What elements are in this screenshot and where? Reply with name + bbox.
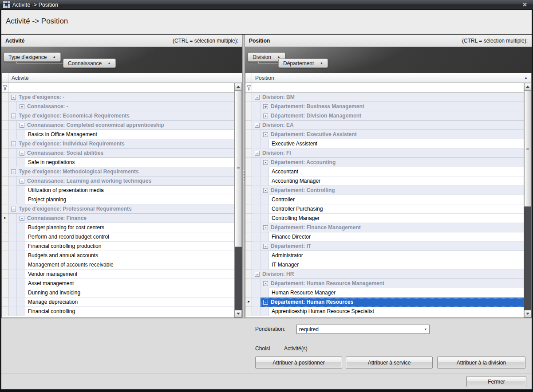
position-filter-input[interactable] (252, 83, 524, 92)
tree-row[interactable]: Financial controlling production (2, 242, 234, 251)
tree-row[interactable]: Human Resource Manager (245, 288, 524, 298)
group-row[interactable]: -Type d'exigence: Methodological Require… (2, 167, 234, 176)
chevron-down-icon[interactable]: ▼ (422, 328, 429, 331)
tree-row[interactable]: Safe in negotiations (2, 158, 234, 167)
tree-row[interactable]: Administrator (245, 251, 524, 260)
collapse-icon[interactable]: - (11, 141, 16, 146)
group-row[interactable]: -Type d'exigence: Economical Requirement… (2, 111, 234, 121)
collapse-icon[interactable]: - (255, 151, 260, 156)
group-row[interactable]: ➤-Connaissance: Finance (2, 214, 234, 223)
tree-row[interactable]: Controller (245, 195, 524, 204)
expand-icon[interactable]: + (263, 114, 268, 118)
tree-row[interactable]: Perform and record budget control (2, 232, 234, 242)
group-row[interactable]: -Type d'exigence: - (2, 93, 234, 102)
scroll-up-icon[interactable] (524, 83, 531, 90)
position-vertical-scrollbar[interactable] (524, 83, 531, 318)
groupby-chip-connaissance[interactable]: Connaissance ▲ (63, 59, 116, 68)
collapse-icon[interactable]: - (11, 169, 16, 174)
tree-row[interactable]: Basics in Office Management (2, 130, 234, 139)
scrollbar-thumb[interactable] (235, 90, 242, 247)
group-row[interactable]: -Division: BM (245, 93, 524, 102)
tree-row[interactable]: IT Manager (245, 260, 524, 270)
activity-vertical-scrollbar[interactable] (234, 83, 242, 318)
group-row[interactable]: -Département: Accounting (245, 158, 524, 167)
filter-cell[interactable] (245, 83, 252, 92)
assign-to-position-button[interactable]: Attribuer à positionner (255, 357, 342, 368)
collapse-icon[interactable]: - (20, 123, 24, 128)
collapse-icon[interactable]: - (11, 207, 16, 212)
collapse-icon[interactable]: - (263, 281, 268, 286)
collapse-icon[interactable]: - (263, 188, 268, 193)
activity-column-label[interactable]: Activité (8, 73, 242, 82)
tree-row[interactable]: Controller Purchasing (245, 204, 524, 214)
collapse-icon[interactable]: - (255, 123, 260, 128)
group-row[interactable]: -Département: Controlling (245, 186, 524, 195)
filter-cell[interactable] (2, 83, 8, 92)
collapse-icon[interactable]: - (263, 225, 268, 230)
group-row[interactable]: +Département: Business Management (245, 102, 524, 111)
collapse-icon[interactable]: - (263, 244, 268, 249)
tree-row[interactable]: Executive Assistent (245, 139, 524, 149)
activity-filter-input[interactable] (8, 83, 234, 92)
collapse-icon[interactable]: - (20, 151, 24, 156)
close-icon[interactable]: ✕ (520, 0, 530, 9)
group-row[interactable]: +Connaissance: - (2, 102, 234, 111)
collapse-icon[interactable]: - (255, 95, 260, 100)
tree-row[interactable]: Vendor management (2, 270, 234, 279)
group-row[interactable]: -Département: Executive Assistent (245, 130, 524, 139)
group-row[interactable]: ➤-Département: Human Resources (245, 298, 524, 307)
position-column-label[interactable]: Position ▲ (252, 73, 531, 82)
group-row[interactable]: -Type d'exigence: Individual Requirement… (2, 139, 234, 149)
group-row[interactable]: -Connaissance: Completed economical appr… (2, 121, 234, 130)
tree-row[interactable]: Project planning (2, 195, 234, 204)
position-column-header[interactable]: Position ▲ (245, 73, 531, 83)
tree-row[interactable]: Budget planning for cost centers (2, 223, 234, 232)
expand-icon[interactable]: + (20, 104, 24, 109)
collapse-icon[interactable]: - (263, 300, 268, 305)
scroll-down-icon[interactable] (524, 310, 531, 318)
collapse-icon[interactable]: - (255, 272, 260, 277)
sort-asc-icon[interactable]: ▲ (52, 55, 56, 59)
tree-row[interactable]: Accounting Manager (245, 176, 524, 186)
collapse-icon[interactable]: - (11, 114, 16, 118)
tree-row[interactable]: Budgets and annual accounts (2, 251, 234, 260)
group-row[interactable]: -Département: Finance Management (245, 223, 524, 232)
group-row[interactable]: -Connaissance: Social abilities (2, 149, 234, 158)
groupby-chip-type-exigence[interactable]: Type d'exigence ▲ (4, 52, 61, 62)
group-row[interactable]: -Division: EA (245, 121, 524, 130)
scroll-up-icon[interactable] (235, 83, 242, 90)
tree-row[interactable]: Manage depreciation (2, 298, 234, 307)
group-row[interactable]: -Type d'exigence: Professional Requireme… (2, 204, 234, 214)
collapse-icon[interactable]: - (20, 216, 24, 221)
group-row[interactable]: -Département: IT (245, 242, 524, 251)
tree-row[interactable]: Controlling Manager (245, 214, 524, 223)
activity-column-header[interactable]: Activité (2, 73, 242, 83)
collapse-icon[interactable]: - (11, 95, 16, 100)
collapse-icon[interactable]: - (263, 160, 268, 165)
weight-combobox[interactable]: required ▼ (296, 325, 430, 334)
expand-icon[interactable]: + (263, 104, 268, 109)
group-row[interactable]: -Département: Human Resource Management (245, 279, 524, 288)
collapse-icon[interactable]: - (20, 179, 24, 184)
tree-row[interactable]: Utilization of presentation media (2, 186, 234, 195)
group-row[interactable]: -Division: HR (245, 270, 524, 279)
groupby-chip-departement[interactable]: Département ▲ (278, 59, 328, 68)
tree-row[interactable]: Apprenticeship Human Resource Specialist (245, 307, 524, 316)
group-row[interactable]: -Connaissance: Learning and working tech… (2, 176, 234, 186)
group-row[interactable]: +Département: Division Management (245, 111, 524, 121)
tree-row[interactable]: Dunning and invoicing (2, 288, 234, 298)
tree-row[interactable]: Management of accounts receivable (2, 260, 234, 270)
scroll-down-icon[interactable] (235, 310, 242, 318)
tree-row[interactable]: Finance Director (245, 232, 524, 242)
close-button[interactable]: Fermer (466, 376, 526, 387)
assign-to-division-button[interactable]: Attribuer à la division (437, 357, 525, 368)
tree-row[interactable]: Asset management (2, 279, 234, 288)
scrollbar-thumb[interactable] (524, 90, 531, 207)
sort-asc-icon[interactable]: ▲ (320, 61, 323, 65)
sort-asc-icon[interactable]: ▲ (524, 76, 528, 80)
tree-row[interactable]: Financial controlling (2, 307, 234, 316)
sort-asc-icon[interactable]: ▲ (107, 61, 111, 65)
group-row[interactable]: -Division: FI (245, 149, 524, 158)
assign-to-service-button[interactable]: Attribuer à service (346, 357, 433, 368)
collapse-icon[interactable]: - (263, 132, 268, 137)
